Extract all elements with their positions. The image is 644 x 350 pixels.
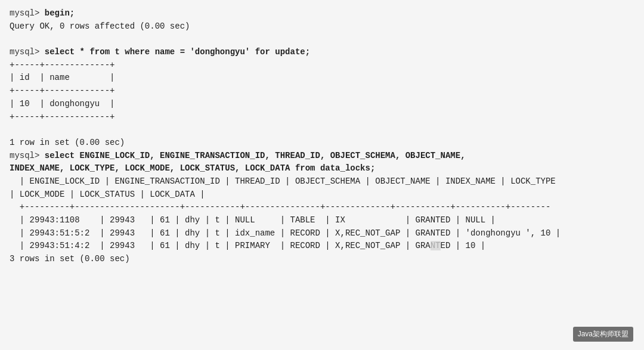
data-row-2: | 29943:51:5:2 | 29943 | 61 | dhy | t | …	[10, 227, 634, 240]
prompt-3: mysql>	[10, 151, 45, 160]
table-border-1: +-----+-------------+	[10, 59, 634, 72]
table-row-1: | 10 | donghongyu |	[10, 98, 634, 111]
table-header: | id | name |	[10, 72, 634, 85]
watermark: Java架构师联盟	[573, 327, 633, 342]
data-row-3: | 29943:51:4:2 | 29943 | 61 | dhy | t | …	[10, 240, 634, 253]
terminal-window: mysql> begin; Query OK, 0 rows affected …	[0, 0, 644, 350]
cmd-3a: select ENGINE_LOCK_ID, ENGINE_TRANSACTIO…	[45, 151, 466, 160]
line-1: mysql> begin;	[10, 7, 634, 20]
cmd-3b: INDEX_NAME, LOCK_TYPE, LOCK_MODE, LOCK_S…	[10, 163, 375, 173]
line-select-1: mysql> select ENGINE_LOCK_ID, ENGINE_TRA…	[10, 150, 634, 163]
row-count-1: 1 row in set (0.00 sec)	[10, 137, 634, 150]
line-blank-2	[10, 123, 634, 137]
row-count-2: 3 rows in set (0.00 sec)	[10, 253, 634, 266]
table-border-2: +-----+-------------+	[10, 85, 634, 98]
separator: +---------+---------------------+-------…	[10, 201, 634, 214]
col-header-1: | ENGINE_LOCK_ID | ENGINE_TRANSACTION_ID…	[10, 175, 634, 188]
data-row-1: | 29943:1108 | 29943 | 61 | dhy | t | NU…	[10, 214, 634, 227]
cmd-2: select * from t where name = 'donghongyu…	[45, 47, 310, 57]
prompt-1: mysql>	[10, 8, 45, 18]
table-border-3: +-----+-------------+	[10, 111, 634, 124]
line-blank-1	[10, 33, 634, 46]
cmd-1: begin;	[45, 8, 75, 18]
prompt-2: mysql>	[10, 47, 45, 57]
line-2: Query OK, 0 rows affected (0.00 sec)	[10, 20, 634, 33]
col-header-2: | LOCK_MODE | LOCK_STATUS | LOCK_DATA |	[10, 188, 634, 202]
line-4: mysql> select * from t where name = 'don…	[10, 46, 634, 59]
line-select-2: INDEX_NAME, LOCK_TYPE, LOCK_MODE, LOCK_S…	[10, 162, 634, 175]
